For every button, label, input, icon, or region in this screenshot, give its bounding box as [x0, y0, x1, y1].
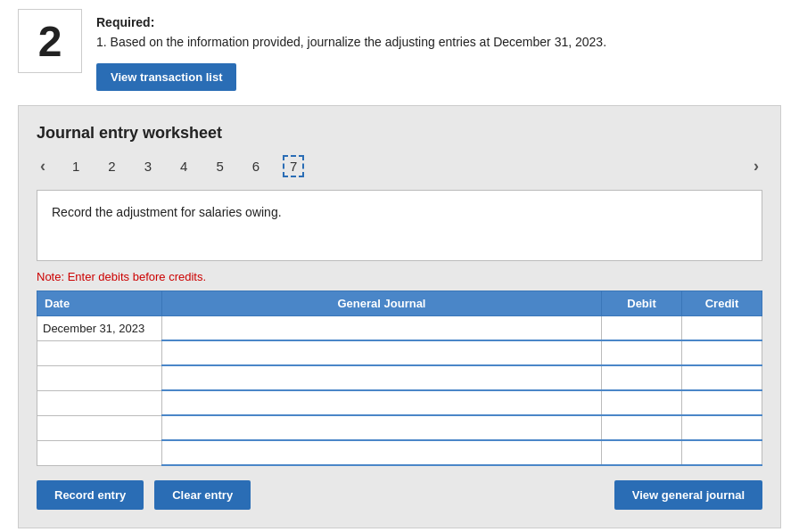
table-row — [37, 415, 762, 440]
date-input-1[interactable] — [43, 345, 156, 362]
col-header-debit: Debit — [602, 291, 682, 315]
credit-input-5[interactable] — [682, 441, 762, 464]
nav-next-arrow[interactable]: › — [750, 157, 762, 176]
journal-cell-0 — [162, 315, 602, 340]
problem-number: 2 — [18, 9, 82, 73]
date-cell-2 — [37, 365, 162, 390]
col-header-journal: General Journal — [162, 291, 602, 315]
table-row — [37, 340, 762, 365]
debit-cell-4 — [602, 415, 682, 440]
journal-cell-5 — [162, 440, 602, 465]
debit-input-1[interactable] — [602, 341, 681, 364]
journal-input-2[interactable] — [162, 366, 601, 389]
button-row: Record entry Clear entry View general jo… — [37, 480, 762, 510]
journal-input-0[interactable] — [162, 316, 601, 340]
table-row — [37, 440, 762, 465]
debit-cell-0 — [602, 315, 682, 340]
debit-input-4[interactable] — [602, 416, 681, 439]
col-header-credit: Credit — [682, 291, 762, 315]
debit-cell-2 — [602, 365, 682, 390]
date-input-5[interactable] — [43, 445, 156, 462]
journal-input-3[interactable] — [162, 391, 601, 414]
credit-cell-5 — [682, 440, 762, 465]
note-text: Note: Enter debits before credits. — [37, 270, 762, 283]
nav-row: ‹ 1 2 3 4 5 6 7 › — [37, 155, 762, 177]
debit-cell-3 — [602, 390, 682, 415]
debit-cell-5 — [602, 440, 682, 465]
credit-input-3[interactable] — [682, 391, 762, 414]
date-cell-1 — [37, 340, 162, 365]
credit-cell-1 — [682, 340, 762, 365]
debit-cell-1 — [602, 340, 682, 365]
credit-cell-4 — [682, 415, 762, 440]
date-cell-3 — [37, 390, 162, 415]
debit-input-3[interactable] — [602, 391, 681, 414]
nav-prev-arrow[interactable]: ‹ — [37, 157, 49, 176]
debit-input-5[interactable] — [602, 441, 681, 464]
table-row: December 31, 2023 — [37, 315, 762, 340]
nav-tab-4[interactable]: 4 — [175, 157, 193, 176]
journal-cell-3 — [162, 390, 602, 415]
table-row — [37, 390, 762, 415]
date-input-4[interactable] — [43, 420, 156, 437]
debit-input-0[interactable] — [602, 316, 681, 340]
nav-tab-7[interactable]: 7 — [283, 155, 304, 177]
col-header-date: Date — [37, 291, 162, 315]
clear-entry-button[interactable]: Clear entry — [154, 480, 251, 510]
journal-cell-2 — [162, 365, 602, 390]
credit-cell-2 — [682, 365, 762, 390]
journal-input-5[interactable] — [162, 441, 601, 464]
credit-input-2[interactable] — [682, 366, 762, 389]
view-general-journal-button[interactable]: View general journal — [614, 480, 762, 510]
worksheet-title: Journal entry worksheet — [37, 124, 762, 143]
journal-cell-1 — [162, 340, 602, 365]
credit-cell-0 — [682, 315, 762, 340]
date-input-3[interactable] — [43, 395, 156, 412]
debit-input-2[interactable] — [602, 366, 681, 389]
credit-input-0[interactable] — [682, 316, 762, 340]
nav-tab-3[interactable]: 3 — [139, 157, 157, 176]
worksheet-container: Journal entry worksheet ‹ 1 2 3 4 5 6 7 … — [18, 105, 781, 529]
credit-input-1[interactable] — [682, 341, 762, 364]
date-input-2[interactable] — [43, 370, 156, 387]
nav-tab-5[interactable]: 5 — [210, 157, 228, 176]
journal-input-1[interactable] — [162, 341, 601, 364]
table-row — [37, 365, 762, 390]
date-cell-5 — [37, 440, 162, 465]
nav-tab-1[interactable]: 1 — [67, 157, 85, 176]
required-text: Required: 1. Based on the information pr… — [96, 9, 606, 53]
record-entry-button[interactable]: Record entry — [37, 480, 144, 510]
journal-table: Date General Journal Debit Credit Decemb… — [37, 291, 762, 467]
credit-input-4[interactable] — [682, 416, 762, 439]
credit-cell-3 — [682, 390, 762, 415]
date-cell-4 — [37, 415, 162, 440]
nav-tab-6[interactable]: 6 — [247, 157, 265, 176]
date-cell-0: December 31, 2023 — [37, 315, 162, 340]
instruction-box: Record the adjustment for salaries owing… — [37, 190, 762, 261]
journal-cell-4 — [162, 415, 602, 440]
view-transaction-button[interactable]: View transaction list — [96, 63, 236, 91]
journal-input-4[interactable] — [162, 416, 601, 439]
nav-tab-2[interactable]: 2 — [103, 157, 120, 176]
